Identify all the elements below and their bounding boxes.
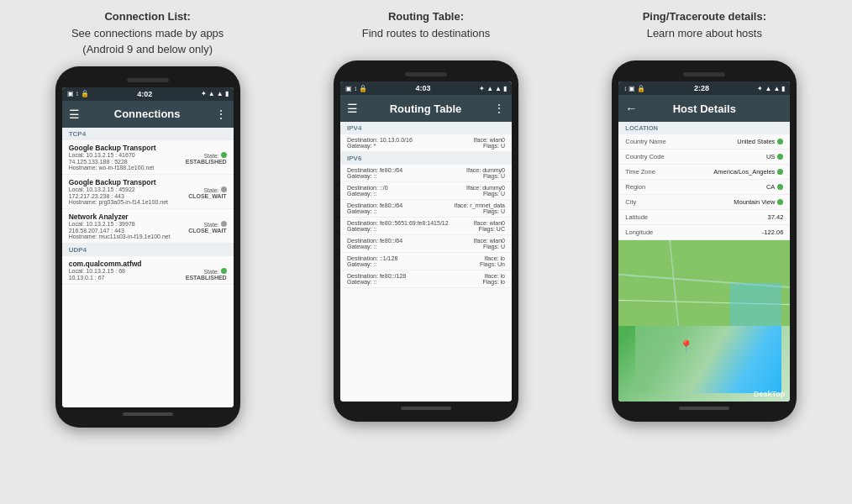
conn-item-2: Google Backup Transport Local: 10.13.2.1… [62, 175, 234, 209]
caption-routing: Routing Table: Find routes to destinatio… [362, 8, 490, 52]
battery-icon-3: ▮ [781, 85, 785, 92]
status-icons-left-3: ↕ ▣ 🔒 [623, 85, 645, 92]
status-bar-host: ↕ ▣ 🔒 2:28 ✦ ▲ ▲ ▮ [618, 81, 790, 95]
battery-icon: ▮ [225, 90, 229, 97]
bluetooth-icon: ✦ [201, 90, 207, 97]
lock-icon-3: 🔒 [637, 85, 645, 92]
battery-icon-2: ▮ [503, 85, 507, 92]
status-icons-left-2: ▣ ↕ 🔒 [345, 85, 367, 92]
ipv4-header: IPV4 [340, 122, 512, 134]
conn-item-udp-1: com.qualcomm.atfwd Local: 10.13.2.15 : 6… [62, 256, 234, 285]
app-title-host: Host Details [673, 102, 736, 115]
dot-country [777, 139, 783, 144]
phone-host: ↕ ▣ 🔒 2:28 ✦ ▲ ▲ ▮ ← Host Details [612, 60, 797, 422]
phone-speaker [127, 78, 169, 82]
detail-country-code: Country Code US [618, 150, 790, 165]
conn-item-3: Network Analyzer Local: 10.13.2.15 : 399… [62, 209, 234, 244]
state-dot-3 [221, 221, 227, 227]
udp-header: UDP4 [62, 244, 234, 256]
lock-icon: 🔒 [81, 90, 89, 97]
menu-icon-2[interactable]: ☰ [347, 102, 358, 115]
detail-timezone: Time Zone America/Los_Angeles [618, 165, 790, 180]
back-icon[interactable]: ← [625, 102, 637, 115]
conn-item-1: Google Backup Transport Local: 10.13.2.1… [62, 140, 234, 175]
connection-list-section: Connection List: See connections made by… [17, 8, 278, 428]
state-dot-udp [221, 268, 227, 274]
dot-region [777, 184, 783, 190]
sim-icon-2: ▣ [345, 85, 352, 92]
more-icon[interactable]: ⋮ [215, 108, 227, 121]
main-container: Connection List: See connections made by… [0, 0, 852, 504]
host-details-section: Ping/Traceroute details: Learn more abou… [574, 8, 835, 422]
host-content: LOCATION Country Name United States Coun… [618, 122, 790, 402]
app-title-connections: Connections [114, 108, 181, 120]
home-bar-2 [401, 407, 451, 410]
signal-icon: ▲ [208, 90, 215, 97]
wifi-indicator-3: ▣ [628, 85, 635, 92]
screen-host: ↕ ▣ 🔒 2:28 ✦ ▲ ▲ ▮ ← Host Details [618, 81, 790, 402]
screen-connections: ▣ ↕ 🔒 4:02 ✦ ▲ ▲ ▮ ☰ Connections ⋮ [62, 87, 234, 407]
state-dot-2 [221, 186, 227, 192]
dot-city [777, 199, 783, 205]
route-ipv6-2: Destination: ::/0Iface: dummy0 Gateway: … [340, 182, 512, 200]
detail-city: City Mountain View [618, 195, 790, 210]
home-bar-1 [123, 412, 173, 416]
dot-tz [777, 169, 783, 175]
routing-content: IPV4 Destination: 10.13.0.0/16 Iface: wl… [340, 122, 512, 402]
routing-table-section: Routing Table: Find routes to destinatio… [295, 8, 556, 422]
caption-host: Ping/Traceroute details: Learn more abou… [643, 8, 766, 52]
status-icons-right-2: ✦ ▲ ▲ ▮ [479, 85, 507, 92]
menu-icon[interactable]: ☰ [69, 108, 80, 121]
app-bar-host: ← Host Details [618, 95, 790, 122]
phone-connections: ▣ ↕ 🔒 4:02 ✦ ▲ ▲ ▮ ☰ Connections ⋮ [55, 66, 240, 428]
wifi-indicator: ↕ [76, 90, 79, 97]
wifi-icon: ▲ [217, 90, 224, 97]
bluetooth-icon-2: ✦ [479, 85, 485, 92]
route-ipv6-6: Destination: ::1/128Iface: lo Gateway: :… [340, 253, 512, 270]
map-view: 📍 DeskTop [618, 240, 790, 402]
status-bar-routing: ▣ ↕ 🔒 4:03 ✦ ▲ ▲ ▮ [340, 81, 512, 95]
connections-content: TCP4 Google Backup Transport Local: 10.1… [62, 128, 234, 407]
route-ipv4-1: Destination: 10.13.0.0/16 Iface: wlan0 G… [340, 134, 512, 152]
ipv6-header: IPV6 [340, 152, 512, 165]
status-time: 4:02 [137, 90, 152, 98]
route-ipv6-7: Destination: fe80::/128Iface: lo Gateway… [340, 270, 512, 288]
sim-icon-3: ↕ [623, 85, 627, 92]
route-ipv6-4: Destination: fe80::5651:69:fe8:1415/12If… [340, 218, 512, 235]
lock-icon-2: 🔒 [359, 85, 367, 92]
map-roads-svg [618, 240, 790, 326]
home-bar-3 [679, 407, 729, 410]
phone-speaker-2 [405, 72, 447, 76]
signal-icon-3: ▲ [765, 85, 771, 92]
status-icons-right: ✦ ▲ ▲ ▮ [201, 90, 229, 97]
bluetooth-icon-3: ✦ [757, 85, 763, 92]
caption-connections: Connection List: See connections made by… [71, 8, 224, 58]
app-bar-connections: ☰ Connections ⋮ [62, 101, 234, 128]
status-bar-connections: ▣ ↕ 🔒 4:02 ✦ ▲ ▲ ▮ [62, 87, 234, 101]
app-bar-routing: ☰ Routing Table ⋮ [340, 95, 512, 122]
wifi-indicator-2: ↕ [354, 85, 357, 92]
app-title-routing: Routing Table [390, 102, 462, 115]
wifi-icon-2: ▲ [495, 85, 502, 92]
more-icon-2[interactable]: ⋮ [493, 102, 505, 115]
signal-icon-2: ▲ [486, 85, 493, 92]
sim-icon: ▣ [67, 90, 74, 97]
status-time-3: 2:28 [694, 84, 709, 92]
status-time-2: 4:03 [416, 84, 431, 92]
svg-rect-5 [730, 283, 781, 326]
route-ipv6-3: Destination: fe80::/64Iface: r_rmnet_dat… [340, 200, 512, 218]
desktop-watermark: DeskTop [754, 390, 785, 398]
route-ipv6-1: Destination: fe80::/64Iface: dummy0 Gate… [340, 165, 512, 182]
wifi-icon-3: ▲ [773, 85, 780, 92]
dot-code [777, 154, 783, 160]
phone-speaker-3 [683, 72, 725, 76]
detail-longitude: Longitude -122.06 [618, 225, 790, 240]
state-dot-1 [221, 152, 227, 158]
status-icons-right-3: ✦ ▲ ▲ ▮ [757, 85, 785, 92]
status-icons-left: ▣ ↕ 🔒 [67, 90, 89, 97]
detail-latitude: Latitude 37.42 [618, 210, 790, 225]
detail-country-name: Country Name United States [618, 134, 790, 150]
screen-routing: ▣ ↕ 🔒 4:03 ✦ ▲ ▲ ▮ ☰ Routing Table ⋮ [340, 81, 512, 402]
tcp-header: TCP4 [62, 128, 234, 140]
route-ipv6-5: Destination: fe80::/64Iface: wlan0 Gatew… [340, 235, 512, 253]
